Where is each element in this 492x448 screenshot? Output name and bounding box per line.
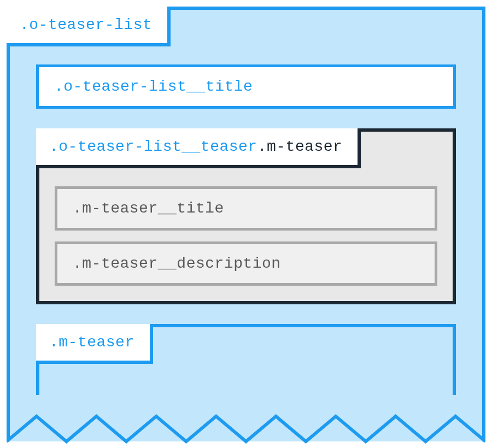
second-m-teaser-label: .m-teaser xyxy=(36,324,153,364)
o-teaser-list-title-text: .o-teaser-list__title xyxy=(54,78,438,95)
teaser-label-part2: .m-teaser xyxy=(257,138,343,155)
teaser-label-part1: .o-teaser-list__teaser xyxy=(49,138,257,155)
o-teaser-list-label: .o-teaser-list xyxy=(7,7,171,46)
m-teaser-description-text: .m-teaser__description xyxy=(73,255,419,272)
torn-edge-icon xyxy=(7,412,485,445)
m-teaser-component: .o-teaser-list__teaser.m-teaser .m-tease… xyxy=(36,128,456,304)
o-teaser-list-container: .o-teaser-list .o-teaser-list__title .o-… xyxy=(7,7,485,441)
second-m-teaser-label-text: .m-teaser xyxy=(49,334,134,351)
o-teaser-list-title-box: .o-teaser-list__title xyxy=(36,64,456,109)
second-m-teaser-container: .m-teaser xyxy=(36,324,456,395)
m-teaser-title-text: .m-teaser__title xyxy=(73,200,419,217)
m-teaser-label: .o-teaser-list__teaser.m-teaser xyxy=(36,128,361,168)
m-teaser-description-box: .m-teaser__description xyxy=(55,241,437,286)
content-area: .o-teaser-list__title .o-teaser-list__te… xyxy=(10,10,482,395)
m-teaser-title-box: .m-teaser__title xyxy=(55,186,437,231)
o-teaser-list-label-text: .o-teaser-list xyxy=(20,16,152,33)
